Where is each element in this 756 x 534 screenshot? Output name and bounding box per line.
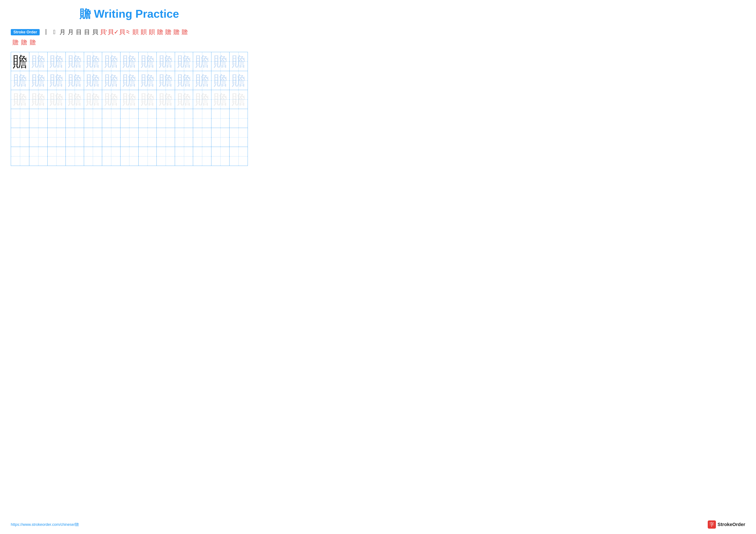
- stroke-8: 貝': [99, 28, 107, 36]
- grid-cell-r4c13[interactable]: [230, 109, 248, 128]
- grid-cell-r5c6[interactable]: [102, 128, 120, 147]
- grid-cell-r3c4: 贍: [66, 90, 84, 109]
- grid-cell-r2c10: 贍: [175, 71, 193, 90]
- grid-cell-r2c9: 贍: [157, 71, 175, 90]
- grid-cell-r2c1: 贍: [11, 71, 29, 90]
- practice-row-2: 贍 贍 贍 贍 贍 贍 贍 贍 贍 贍 贍 贍 贍: [11, 71, 248, 90]
- grid-cell-r1c5: 贍: [84, 52, 102, 71]
- grid-cell-r5c9[interactable]: [157, 128, 175, 147]
- grid-cell-r6c11[interactable]: [193, 147, 211, 166]
- grid-cell-r4c3[interactable]: [47, 109, 66, 128]
- page-title: 贍 Writing Practice: [11, 7, 248, 21]
- grid-cell-r1c13: 贍: [230, 52, 248, 71]
- grid-cell-r1c4: 贍: [66, 52, 84, 71]
- grid-cell-r5c13[interactable]: [230, 128, 248, 147]
- stroke-10: 貝⺀: [119, 28, 131, 36]
- grid-cell-r6c13[interactable]: [230, 147, 248, 166]
- stroke-18: 贍: [12, 38, 19, 46]
- grid-cell-r5c12[interactable]: [211, 128, 229, 147]
- grid-cell-r5c3[interactable]: [47, 128, 66, 147]
- grid-cell-r6c2[interactable]: [29, 147, 47, 166]
- stroke-5: 目: [75, 28, 83, 36]
- grid-cell-r3c3: 贍: [47, 90, 66, 109]
- grid-cell-r3c9: 贍: [157, 90, 175, 109]
- grid-cell-r6c4[interactable]: [66, 147, 84, 166]
- practice-row-3: 贍 贍 贍 贍 贍 贍 贍 贍 贍 贍 贍 贍 贍: [11, 90, 248, 109]
- grid-cell-r2c7: 贍: [120, 71, 138, 90]
- grid-cell-r4c5[interactable]: [84, 109, 102, 128]
- grid-cell-r3c2: 贍: [29, 90, 47, 109]
- grid-cell-r2c11: 贍: [193, 71, 211, 90]
- grid-cell-r6c8[interactable]: [139, 147, 157, 166]
- grid-cell-r1c8: 贍: [139, 52, 157, 71]
- grid-cell-r4c9[interactable]: [157, 109, 175, 128]
- grid-cell-r1c10: 贍: [175, 52, 193, 71]
- grid-cell-r2c6: 贍: [102, 71, 120, 90]
- practice-row-5-empty: [11, 128, 248, 147]
- stroke-1: 丨: [42, 28, 50, 36]
- grid-cell-r1c9: 贍: [157, 52, 175, 71]
- grid-cell-r6c12[interactable]: [211, 147, 229, 166]
- grid-cell-r4c2[interactable]: [29, 109, 47, 128]
- grid-cell-r2c12: 贍: [211, 71, 229, 90]
- grid-cell-r4c12[interactable]: [211, 109, 229, 128]
- grid-cell-r6c5[interactable]: [84, 147, 102, 166]
- grid-cell-r2c4: 贍: [66, 71, 84, 90]
- grid-cell-r3c13: 贍: [230, 90, 248, 109]
- grid-cell-r5c5[interactable]: [84, 128, 102, 147]
- stroke-order-row-2: 贍 贍 贍: [11, 38, 248, 46]
- stroke-14: 贍: [156, 28, 164, 36]
- grid-cell-r4c1[interactable]: [11, 109, 29, 128]
- grid-cell-r2c5: 贍: [84, 71, 102, 90]
- grid-cell-r3c12: 贍: [211, 90, 229, 109]
- grid-cell-r4c6[interactable]: [102, 109, 120, 128]
- grid-cell-r1c2: 贍: [29, 52, 47, 71]
- stroke-13: 賏: [148, 28, 156, 36]
- grid-cell-r2c8: 贍: [139, 71, 157, 90]
- grid-cell-r3c1: 贍: [11, 90, 29, 109]
- grid-cell-dark: 贍: [11, 52, 29, 71]
- grid-cell-r6c1[interactable]: [11, 147, 29, 166]
- stroke-20: 贍: [29, 38, 37, 46]
- grid-cell-r4c8[interactable]: [139, 109, 157, 128]
- grid-cell-r6c9[interactable]: [157, 147, 175, 166]
- practice-row-6-empty: [11, 147, 248, 166]
- stroke-7: 貝: [92, 28, 99, 36]
- grid-cell-r2c3: 贍: [47, 71, 66, 90]
- grid-cell-r4c10[interactable]: [175, 109, 193, 128]
- grid-cell-r5c1[interactable]: [11, 128, 29, 147]
- grid-cell-r6c3[interactable]: [47, 147, 66, 166]
- grid-cell-r6c6[interactable]: [102, 147, 120, 166]
- grid-cell-r1c7: 贍: [120, 52, 138, 71]
- grid-cell-r4c11[interactable]: [193, 109, 211, 128]
- stroke-2: 𠄌: [50, 29, 58, 36]
- grid-cell-r3c7: 贍: [120, 90, 138, 109]
- practice-row-1: 贍 贍 贍 贍 贍 贍 贍 贍 贍 贍 贍 贍 贍: [11, 52, 248, 71]
- grid-cell-r3c5: 贍: [84, 90, 102, 109]
- main-char-dark: 贍: [13, 53, 27, 70]
- grid-cell-r5c2[interactable]: [29, 128, 47, 147]
- grid-cell-r5c10[interactable]: [175, 128, 193, 147]
- stroke-6: 目: [83, 28, 91, 36]
- grid-cell-r3c8: 贍: [139, 90, 157, 109]
- grid-cell-r5c11[interactable]: [193, 128, 211, 147]
- grid-cell-r5c8[interactable]: [139, 128, 157, 147]
- stroke-9: 貝✓: [108, 28, 119, 36]
- stroke-12: 賏: [140, 28, 148, 36]
- grid-cell-r5c7[interactable]: [120, 128, 138, 147]
- grid-cell-r4c4[interactable]: [66, 109, 84, 128]
- stroke-17: 贍: [181, 28, 189, 36]
- grid-cell-r3c6: 贍: [102, 90, 120, 109]
- grid-cell-r1c3: 贍: [47, 52, 66, 71]
- grid-cell-r2c13: 贍: [230, 71, 248, 90]
- stroke-16: 贍: [173, 28, 180, 36]
- grid-cell-r4c7[interactable]: [120, 109, 138, 128]
- stroke-11: 賏: [132, 28, 139, 36]
- stroke-15: 贍: [164, 28, 172, 36]
- practice-row-4-empty: [11, 109, 248, 128]
- grid-cell-r6c7[interactable]: [120, 147, 138, 166]
- grid-cell-r6c10[interactable]: [175, 147, 193, 166]
- grid-cell-r5c4[interactable]: [66, 128, 84, 147]
- stroke-19: 贍: [20, 38, 28, 46]
- grid-cell-r1c12: 贍: [211, 52, 229, 71]
